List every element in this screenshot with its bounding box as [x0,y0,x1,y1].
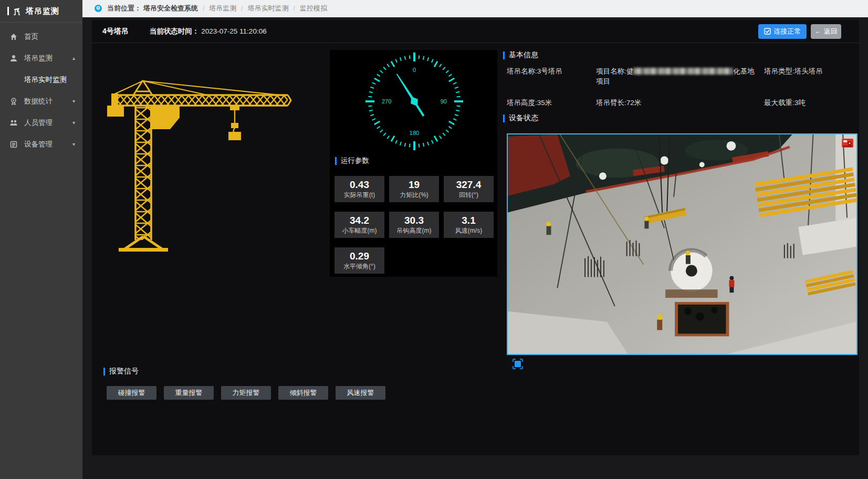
people-icon [9,119,18,127]
caret-down-icon: ▾ [72,141,75,147]
info-crane-height: 塔吊高度:35米 [507,98,591,108]
info-arm-length: 塔吊臂长:72米 [596,98,759,108]
crane-logo-icon [12,6,22,16]
sidebar-item-data-stats[interactable]: 数据统计 ▾ [0,90,82,112]
sidebar-item-label: 数据统计 [24,97,53,106]
app-title: 塔吊监测 [26,6,59,16]
section-title-text: 基本信息 [509,50,538,60]
sidebar-item-label: 塔吊监测 [24,54,53,63]
connection-status-button[interactable]: 连接正常 [758,24,807,39]
sidebar-item-home[interactable]: 首页 [0,26,82,47]
sidebar-item-devices[interactable]: 设备管理 ▾ [0,133,82,155]
basic-info-grid: 塔吊名称:3号塔吊 项目名称:健化基地项目 塔吊类型:塔头塔吊 塔吊高度:35米… [507,66,853,108]
param-tile-rotation: 327.4回转(°) [444,176,494,202]
back-button[interactable]: ← 返回 [811,24,841,39]
site-camera-feed [507,133,857,355]
crane-name: 4号塔吊 [102,27,129,36]
breadcrumb-item-realtime[interactable]: 塔吊实时监测 [248,4,289,13]
alarm-signals-title: 报警信号 [103,367,139,376]
gauge-and-params-panel: 090180270 运行参数 0.43实际吊重(t) 19力矩比(%) 327.… [330,50,497,277]
breadcrumb-separator: / [294,5,295,12]
caret-up-icon: ▴ [72,55,75,61]
section-title-text: 运行参数 [341,156,369,165]
device-status-title: 设备状态 [503,113,538,123]
alarm-buttons: 碰撞报警 重量报警 力矩报警 倾斜报警 风速报警 [107,386,385,400]
collision-alarm-button[interactable]: 碰撞报警 [107,386,156,400]
rotation-gauge: 090180270 [364,51,464,152]
weight-alarm-button[interactable]: 重量报警 [164,386,214,400]
person-monitor-icon [9,54,18,63]
sidebar-divider [0,22,82,23]
section-title-text: 设备状态 [509,113,538,123]
param-tile-horizontal-tilt: 0.29水平倾角(°) [334,247,384,274]
monitor-panel: 4号塔吊 当前状态时间： 2023-07-25 11:20:06 连接正常 ← … [92,20,859,455]
tower-crane-monitor-app: 塔吊监测 首页 塔吊监测 ▴ 塔吊实时监测 数据统计 ▾ 人员管理 ▾ 设备管理 [0,0,868,479]
info-crane-name: 塔吊名称:3号塔吊 [507,66,591,86]
breadcrumb: 当前位置： 塔吊安全检查系统 / 塔吊监测 / 塔吊实时监测 / 监控模拟 [82,0,868,17]
svg-text:180: 180 [410,130,419,136]
sidebar: 塔吊监测 首页 塔吊监测 ▴ 塔吊实时监测 数据统计 ▾ 人员管理 ▾ 设备管理 [0,0,82,479]
run-params-tiles: 0.43实际吊重(t) 19力矩比(%) 327.4回转(°) 34.2小车幅度… [330,165,497,274]
back-arrow-icon: ← [814,28,821,35]
sidebar-item-realtime-monitor[interactable]: 塔吊实时监测 [0,69,82,90]
redacted-project-text [633,68,733,75]
basic-info-title: 基本信息 [503,50,538,60]
home-icon [9,33,18,41]
back-label: 返回 [824,27,838,36]
app-logo: 塔吊监测 [0,0,82,22]
sidebar-item-label: 首页 [24,32,38,41]
run-params-title: 运行参数 [335,156,497,165]
wind-alarm-button[interactable]: 风速报警 [336,386,385,400]
camera-frame-image [508,134,856,354]
svg-text:90: 90 [441,98,447,105]
sidebar-item-crane-monitor[interactable]: 塔吊监测 ▴ [0,47,82,69]
svg-text:270: 270 [382,98,391,105]
logo-bar [7,7,9,15]
svg-text:0: 0 [413,67,416,73]
caret-down-icon: ▾ [72,120,75,126]
section-accent-bar [503,51,505,59]
tower-crane-illustration [100,79,299,269]
panel-header: 4号塔吊 当前状态时间： 2023-07-25 11:20:06 连接正常 ← … [92,20,859,43]
tilt-alarm-button[interactable]: 倾斜报警 [278,386,328,400]
status-time-value: 2023-07-25 11:20:06 [201,27,266,35]
sidebar-item-label: 设备管理 [24,140,53,149]
checkbox-check-icon [764,28,771,35]
gauge-needle [393,71,427,118]
device-icon [9,140,18,149]
moment-alarm-button[interactable]: 力矩报警 [221,386,271,400]
fullscreen-scan-icon[interactable] [512,358,524,370]
breadcrumb-label: 当前位置： [107,4,141,13]
param-tile-hook-height: 30.3吊钩高度(m) [389,212,439,238]
info-project-name: 项目名称:健化基地项目 [596,66,759,86]
connect-label: 连接正常 [774,27,801,36]
section-accent-bar [103,368,105,376]
main-content: 4号塔吊 当前状态时间： 2023-07-25 11:20:06 连接正常 ← … [82,17,868,479]
sidebar-item-label: 人员管理 [24,118,53,128]
breadcrumb-separator: / [203,5,204,12]
info-max-load: 最大载重:3吨 [764,98,853,108]
medal-icon [9,97,18,106]
param-tile-moment-ratio: 19力矩比(%) [389,176,439,202]
location-pin-icon [94,4,102,13]
breadcrumb-item-simulation[interactable]: 监控模拟 [300,4,327,13]
status-time-label: 当前状态时间： [150,27,200,36]
section-accent-bar [335,157,337,165]
info-crane-type: 塔吊类型:塔头塔吊 [764,66,853,86]
section-title-text: 报警信号 [109,367,139,376]
param-tile-hoist-weight: 0.43实际吊重(t) [334,176,384,202]
camera-watermark [842,139,853,148]
breadcrumb-item-system[interactable]: 塔吊安全检查系统 [143,4,198,13]
sidebar-item-personnel[interactable]: 人员管理 ▾ [0,112,82,133]
param-tile-trolley-range: 34.2小车幅度(m) [334,212,384,238]
breadcrumb-item-crane-monitor[interactable]: 塔吊监测 [209,4,236,13]
section-accent-bar [503,114,505,122]
caret-down-icon: ▾ [72,98,75,104]
breadcrumb-separator: / [241,5,243,12]
param-tile-wind-speed: 3.1风速(m/s) [444,212,494,238]
sidebar-item-label: 塔吊实时监测 [24,75,67,85]
